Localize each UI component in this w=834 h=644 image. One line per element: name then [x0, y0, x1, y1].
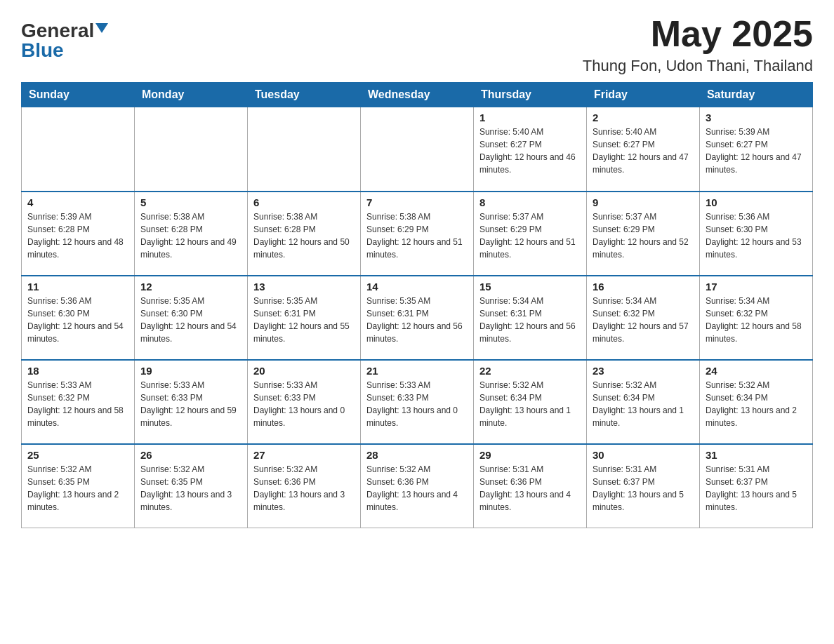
- calendar-cell: 10Sunrise: 5:36 AM Sunset: 6:30 PM Dayli…: [699, 192, 812, 276]
- day-info: Sunrise: 5:33 AM Sunset: 6:32 PM Dayligh…: [27, 379, 128, 429]
- day-info: Sunrise: 5:32 AM Sunset: 6:36 PM Dayligh…: [366, 463, 468, 514]
- day-number: 31: [706, 449, 807, 461]
- calendar-header-tuesday: Tuesday: [247, 83, 360, 107]
- calendar-cell: 4Sunrise: 5:39 AM Sunset: 6:28 PM Daylig…: [22, 192, 135, 276]
- day-number: 26: [140, 449, 241, 461]
- day-info: Sunrise: 5:35 AM Sunset: 6:31 PM Dayligh…: [253, 295, 355, 345]
- day-info: Sunrise: 5:31 AM Sunset: 6:36 PM Dayligh…: [479, 463, 581, 514]
- day-number: 14: [366, 281, 468, 293]
- calendar-header-thursday: Thursday: [473, 83, 586, 107]
- calendar-header-monday: Monday: [134, 83, 247, 107]
- day-info: Sunrise: 5:37 AM Sunset: 6:29 PM Dayligh…: [479, 210, 581, 261]
- day-info: Sunrise: 5:39 AM Sunset: 6:28 PM Dayligh…: [27, 210, 128, 261]
- day-info: Sunrise: 5:31 AM Sunset: 6:37 PM Dayligh…: [706, 463, 807, 514]
- calendar-cell: 8Sunrise: 5:37 AM Sunset: 6:29 PM Daylig…: [473, 192, 586, 276]
- day-info: Sunrise: 5:31 AM Sunset: 6:37 PM Dayligh…: [593, 463, 694, 514]
- day-number: 12: [140, 281, 241, 293]
- day-info: Sunrise: 5:37 AM Sunset: 6:29 PM Dayligh…: [593, 210, 694, 261]
- calendar-week-row: 25Sunrise: 5:32 AM Sunset: 6:35 PM Dayli…: [22, 444, 813, 528]
- calendar-cell: 26Sunrise: 5:32 AM Sunset: 6:35 PM Dayli…: [134, 444, 247, 528]
- calendar-cell: [22, 107, 135, 192]
- calendar-cell: 22Sunrise: 5:32 AM Sunset: 6:34 PM Dayli…: [473, 360, 586, 444]
- calendar-cell: 15Sunrise: 5:34 AM Sunset: 6:31 PM Dayli…: [473, 276, 586, 360]
- logo-general: General: [21, 21, 94, 41]
- calendar-cell: 13Sunrise: 5:35 AM Sunset: 6:31 PM Dayli…: [247, 276, 360, 360]
- day-info: Sunrise: 5:34 AM Sunset: 6:32 PM Dayligh…: [706, 295, 807, 345]
- day-number: 28: [366, 449, 468, 461]
- day-info: Sunrise: 5:32 AM Sunset: 6:35 PM Dayligh…: [140, 463, 241, 514]
- day-number: 5: [140, 196, 241, 208]
- day-number: 27: [253, 449, 355, 461]
- calendar-cell: 18Sunrise: 5:33 AM Sunset: 6:32 PM Dayli…: [22, 360, 135, 444]
- calendar-header-saturday: Saturday: [699, 83, 812, 107]
- day-number: 10: [706, 196, 807, 208]
- calendar-cell: 6Sunrise: 5:38 AM Sunset: 6:28 PM Daylig…: [247, 192, 360, 276]
- calendar-cell: [247, 107, 360, 192]
- calendar-week-row: 11Sunrise: 5:36 AM Sunset: 6:30 PM Dayli…: [22, 276, 813, 360]
- calendar-week-row: 18Sunrise: 5:33 AM Sunset: 6:32 PM Dayli…: [22, 360, 813, 444]
- day-info: Sunrise: 5:39 AM Sunset: 6:27 PM Dayligh…: [706, 126, 807, 176]
- calendar-week-row: 1Sunrise: 5:40 AM Sunset: 6:27 PM Daylig…: [22, 107, 813, 192]
- calendar-header-row: SundayMondayTuesdayWednesdayThursdayFrid…: [22, 83, 813, 107]
- calendar-cell: 3Sunrise: 5:39 AM Sunset: 6:27 PM Daylig…: [699, 107, 812, 192]
- calendar-cell: [360, 107, 473, 192]
- day-info: Sunrise: 5:36 AM Sunset: 6:30 PM Dayligh…: [706, 210, 807, 261]
- calendar-header-wednesday: Wednesday: [360, 83, 473, 107]
- calendar-cell: 16Sunrise: 5:34 AM Sunset: 6:32 PM Dayli…: [586, 276, 699, 360]
- calendar-header-friday: Friday: [586, 83, 699, 107]
- calendar-cell: 5Sunrise: 5:38 AM Sunset: 6:28 PM Daylig…: [134, 192, 247, 276]
- day-number: 20: [253, 365, 355, 377]
- calendar-cell: 25Sunrise: 5:32 AM Sunset: 6:35 PM Dayli…: [22, 444, 135, 528]
- day-info: Sunrise: 5:38 AM Sunset: 6:29 PM Dayligh…: [366, 210, 468, 261]
- day-number: 30: [593, 449, 694, 461]
- day-info: Sunrise: 5:32 AM Sunset: 6:34 PM Dayligh…: [593, 379, 694, 429]
- calendar-cell: 23Sunrise: 5:32 AM Sunset: 6:34 PM Dayli…: [586, 360, 699, 444]
- day-number: 3: [706, 112, 807, 123]
- calendar-table: SundayMondayTuesdayWednesdayThursdayFrid…: [21, 82, 813, 528]
- calendar-cell: [134, 107, 247, 192]
- calendar-cell: 9Sunrise: 5:37 AM Sunset: 6:29 PM Daylig…: [586, 192, 699, 276]
- day-info: Sunrise: 5:32 AM Sunset: 6:34 PM Dayligh…: [706, 379, 807, 429]
- month-year-title: May 2025: [583, 14, 813, 54]
- calendar-cell: 24Sunrise: 5:32 AM Sunset: 6:34 PM Dayli…: [699, 360, 812, 444]
- day-number: 29: [479, 449, 581, 461]
- day-info: Sunrise: 5:34 AM Sunset: 6:32 PM Dayligh…: [593, 295, 694, 345]
- calendar-cell: 29Sunrise: 5:31 AM Sunset: 6:36 PM Dayli…: [473, 444, 586, 528]
- calendar-cell: 27Sunrise: 5:32 AM Sunset: 6:36 PM Dayli…: [247, 444, 360, 528]
- day-info: Sunrise: 5:38 AM Sunset: 6:28 PM Dayligh…: [140, 210, 241, 261]
- calendar-cell: 17Sunrise: 5:34 AM Sunset: 6:32 PM Dayli…: [699, 276, 812, 360]
- calendar-week-row: 4Sunrise: 5:39 AM Sunset: 6:28 PM Daylig…: [22, 192, 813, 276]
- day-number: 7: [366, 196, 468, 208]
- day-info: Sunrise: 5:40 AM Sunset: 6:27 PM Dayligh…: [593, 126, 694, 176]
- day-info: Sunrise: 5:33 AM Sunset: 6:33 PM Dayligh…: [140, 379, 241, 429]
- day-number: 15: [479, 281, 581, 293]
- page-header: General Blue May 2025 Thung Fon, Udon Th…: [21, 14, 813, 75]
- day-info: Sunrise: 5:32 AM Sunset: 6:34 PM Dayligh…: [479, 379, 581, 429]
- day-number: 23: [593, 365, 694, 377]
- day-number: 25: [27, 449, 128, 461]
- calendar-cell: 2Sunrise: 5:40 AM Sunset: 6:27 PM Daylig…: [586, 107, 699, 192]
- day-info: Sunrise: 5:34 AM Sunset: 6:31 PM Dayligh…: [479, 295, 581, 345]
- day-info: Sunrise: 5:35 AM Sunset: 6:30 PM Dayligh…: [140, 295, 241, 345]
- day-number: 8: [479, 196, 581, 208]
- day-info: Sunrise: 5:40 AM Sunset: 6:27 PM Dayligh…: [479, 126, 581, 176]
- day-number: 1: [479, 112, 581, 123]
- day-info: Sunrise: 5:32 AM Sunset: 6:36 PM Dayligh…: [253, 463, 355, 514]
- calendar-header-sunday: Sunday: [22, 83, 135, 107]
- calendar-cell: 1Sunrise: 5:40 AM Sunset: 6:27 PM Daylig…: [473, 107, 586, 192]
- day-number: 9: [593, 196, 694, 208]
- day-info: Sunrise: 5:36 AM Sunset: 6:30 PM Dayligh…: [27, 295, 128, 345]
- day-number: 22: [479, 365, 581, 377]
- logo-triangle-icon: [95, 23, 108, 33]
- day-number: 16: [593, 281, 694, 293]
- calendar-cell: 21Sunrise: 5:33 AM Sunset: 6:33 PM Dayli…: [360, 360, 473, 444]
- day-number: 21: [366, 365, 468, 377]
- day-info: Sunrise: 5:38 AM Sunset: 6:28 PM Dayligh…: [253, 210, 355, 261]
- calendar-cell: 20Sunrise: 5:33 AM Sunset: 6:33 PM Dayli…: [247, 360, 360, 444]
- calendar-cell: 14Sunrise: 5:35 AM Sunset: 6:31 PM Dayli…: [360, 276, 473, 360]
- day-info: Sunrise: 5:35 AM Sunset: 6:31 PM Dayligh…: [366, 295, 468, 345]
- day-number: 11: [27, 281, 128, 293]
- day-number: 2: [593, 112, 694, 123]
- calendar-cell: 31Sunrise: 5:31 AM Sunset: 6:37 PM Dayli…: [699, 444, 812, 528]
- day-info: Sunrise: 5:33 AM Sunset: 6:33 PM Dayligh…: [253, 379, 355, 429]
